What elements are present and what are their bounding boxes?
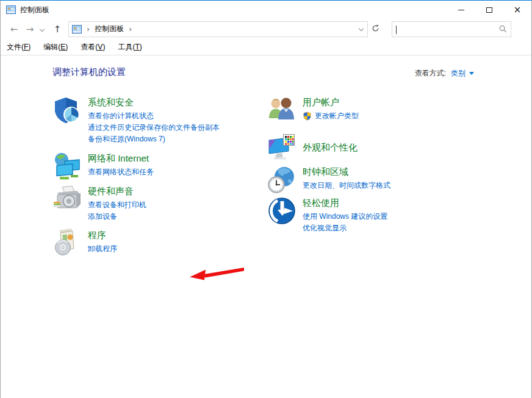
back-button[interactable]: ← (6, 21, 22, 37)
forward-button[interactable]: → (22, 21, 38, 37)
link-change-account-type[interactable]: 更改帐户类型 (315, 110, 359, 122)
text-caret (396, 26, 397, 34)
view-by-control: 查看方式: 类别 (415, 68, 474, 79)
category-user-accounts: 用户帐户 更改帐户类型 (267, 96, 475, 125)
link-suggested-settings[interactable]: 使用 Windows 建议的设置 (303, 211, 387, 222)
appearance-personalization-icon[interactable] (267, 132, 297, 162)
refresh-icon (372, 24, 379, 34)
maximize-icon (486, 7, 492, 13)
up-button[interactable]: ↑ (49, 21, 66, 37)
view-by-dropdown[interactable]: 类别 (451, 68, 474, 79)
security-shield-icon[interactable] (52, 96, 82, 125)
link-add-device[interactable]: 添加设备 (88, 211, 146, 222)
search-box (392, 21, 511, 37)
triangle-down-icon (469, 72, 474, 75)
red-annotation-arrow (188, 266, 246, 282)
category-column-right: 用户帐户 更改帐户类型 (267, 96, 475, 234)
window-controls: × (447, 1, 531, 19)
category-programs: 程序 卸载程序 (52, 229, 265, 258)
window-title: 控制面板 (20, 5, 49, 15)
breadcrumb-separator-icon: › (87, 24, 90, 34)
category-appearance-personalization: 外观和个性化 (267, 132, 475, 162)
refresh-button[interactable] (367, 21, 383, 37)
control-panel-icon (72, 24, 82, 34)
link-optimize-visual-display[interactable]: 优化视觉显示 (303, 222, 387, 234)
clock-region-icon[interactable] (267, 165, 297, 194)
category-system-security: 系统和安全 查看你的计算机状态 通过文件历史记录保存你的文件备份副本 备份和还原… (52, 96, 265, 145)
chevron-down-icon (40, 26, 45, 31)
close-icon: × (514, 5, 522, 15)
category-clock-region: 时钟和区域 更改日期、时间或数字格式 (267, 165, 475, 194)
link-backup-restore-win7[interactable]: 备份和还原(Windows 7) (88, 133, 220, 145)
category-title-user-accounts[interactable]: 用户帐户 (303, 96, 339, 108)
category-title-appearance[interactable]: 外观和个性化 (303, 141, 358, 154)
breadcrumb-control-panel[interactable]: 控制面板 (95, 24, 124, 34)
category-column-left: 系统和安全 查看你的计算机状态 通过文件历史记录保存你的文件备份副本 备份和还原… (52, 96, 265, 258)
back-icon: ← (10, 24, 18, 35)
programs-cd-icon[interactable] (52, 229, 82, 258)
page-title: 调整计算机的设置 (52, 66, 126, 78)
menu-bar: 文件(F) 编辑(E) 查看(V) 工具(T) (1, 39, 531, 55)
search-input[interactable] (392, 23, 495, 36)
user-accounts-icon[interactable] (267, 96, 297, 125)
menu-file[interactable]: 文件(F) (7, 42, 31, 52)
link-view-network-status[interactable]: 查看网络状态和任务 (88, 166, 154, 178)
ease-of-access-icon[interactable] (267, 196, 297, 226)
main-content: 调整计算机的设置 查看方式: 类别 系统和安全 查 (1, 55, 531, 398)
control-panel-icon (6, 5, 16, 15)
address-dropdown-button[interactable] (355, 22, 367, 37)
link-view-computer-status[interactable]: 查看你的计算机状态 (88, 110, 220, 122)
category-title-ease-of-access[interactable]: 轻松使用 (303, 197, 339, 209)
control-panel-window: 控制面板 × ← → ↑ › 控制面板 › (0, 0, 532, 398)
close-button[interactable]: × (503, 1, 531, 19)
up-icon: ↑ (54, 24, 62, 35)
category-title-network-internet[interactable]: 网络和 Internet (88, 152, 149, 165)
view-by-label: 查看方式: (415, 68, 446, 79)
recent-pages-button[interactable] (38, 21, 49, 37)
menu-view[interactable]: 查看(V) (81, 42, 105, 52)
minimize-button[interactable] (447, 1, 475, 19)
menu-tools[interactable]: 工具(T) (118, 42, 142, 52)
forward-icon: → (26, 24, 34, 35)
link-view-devices-printers[interactable]: 查看设备和打印机 (88, 199, 146, 211)
category-title-programs[interactable]: 程序 (88, 229, 106, 241)
link-uninstall-program[interactable]: 卸载程序 (88, 243, 117, 255)
chevron-down-icon (359, 26, 364, 30)
titlebar: 控制面板 × (1, 1, 531, 19)
link-file-history-backup[interactable]: 通过文件历史记录保存你的文件备份副本 (88, 122, 220, 133)
category-title-system-security[interactable]: 系统和安全 (88, 96, 134, 108)
search-icon[interactable] (495, 25, 511, 33)
category-hardware-sound: 硬件和声音 查看设备和打印机 添加设备 (52, 185, 265, 222)
category-network-internet: 网络和 Internet 查看网络状态和任务 (52, 152, 265, 181)
address-bar-tail (355, 22, 383, 37)
uac-shield-icon (303, 112, 312, 121)
category-ease-of-access: 轻松使用 使用 Windows 建议的设置 优化视觉显示 (267, 196, 475, 234)
breadcrumb-separator-icon: › (129, 24, 132, 34)
hardware-sound-icon[interactable] (52, 185, 82, 214)
minimize-icon (458, 10, 464, 10)
category-title-clock-region[interactable]: 时钟和区域 (303, 166, 348, 178)
category-title-hardware-sound[interactable]: 硬件和声音 (88, 185, 134, 197)
menu-edit[interactable]: 编辑(E) (43, 42, 68, 52)
network-internet-icon[interactable] (52, 152, 82, 181)
address-bar[interactable]: › 控制面板 › (68, 21, 383, 37)
link-change-date-time-formats[interactable]: 更改日期、时间或数字格式 (303, 180, 390, 191)
maximize-button[interactable] (475, 1, 503, 19)
navigation-bar: ← → ↑ › 控制面板 › (1, 19, 531, 39)
